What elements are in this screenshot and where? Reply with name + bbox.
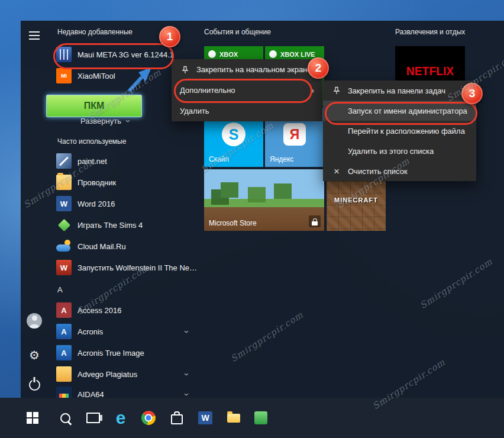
app-item-label: Word 2016 <box>77 199 115 208</box>
tile-label: Microsoft Store <box>209 219 257 227</box>
menu-item-pin-to-start[interactable]: Закрепить на начальном экране <box>172 59 322 80</box>
clear-x-icon: × <box>331 166 342 176</box>
user-avatar-button[interactable] <box>26 313 43 329</box>
green-app-icon <box>254 411 267 424</box>
app-item-cloud-mailru[interactable]: Cloud Mail.Ru <box>56 237 198 256</box>
acronis-icon: A <box>56 324 72 339</box>
taskbar-chrome-button[interactable] <box>136 405 161 430</box>
paintnet-icon <box>56 153 72 169</box>
context-menu: Закрепить на начальном экране Дополнител… <box>172 59 322 121</box>
file-explorer-icon <box>227 414 240 423</box>
events-group-header: События и общение <box>204 28 271 36</box>
app-item-paintnet[interactable]: paint.net <box>56 152 198 170</box>
menu-item-label: Удалить из этого списка <box>348 147 434 156</box>
taskbar-file-explorer-button[interactable] <box>221 405 246 430</box>
menu-item-pin-to-taskbar[interactable]: Закрепить на панели задач <box>323 80 476 101</box>
minecraft-logo: MINECRAFT <box>327 197 386 204</box>
tile-label: Яндекс <box>270 155 293 163</box>
taskbar-green-app-button[interactable] <box>248 405 273 430</box>
folder-icon <box>56 175 72 190</box>
app-item-label: Играть The Sims 4 <box>77 221 143 230</box>
hamburger-icon <box>29 31 40 40</box>
app-item-label: Advego Plagiatus <box>77 370 137 379</box>
pin-icon <box>331 86 342 95</box>
app-item-sims4[interactable]: Играть The Sims 4 <box>56 215 198 234</box>
task-view-button[interactable] <box>80 405 105 430</box>
app-item-label: Access 2016 <box>77 306 121 315</box>
start-button[interactable] <box>20 405 45 430</box>
app-item-word2016[interactable]: W Word 2016 <box>56 194 198 213</box>
chevron-down-icon: › <box>183 393 192 396</box>
yandex-icon: Я <box>283 123 306 146</box>
hamburger-menu-button[interactable] <box>26 27 43 44</box>
app-item-acronis-true-image[interactable]: A Acronis True Image <box>56 343 198 362</box>
tile-label: Скайп <box>209 155 229 163</box>
menu-item-clear-list[interactable]: × Очистить список <box>323 161 476 181</box>
netflix-logo: NETFLIX <box>398 64 463 78</box>
menu-item-more[interactable]: Дополнительно › <box>172 80 322 101</box>
xbox-logo-icon <box>269 50 277 58</box>
pkm-callout: ПКМ <box>46 95 142 117</box>
app-item-advego[interactable]: Advego Plagiatus › <box>56 365 198 384</box>
chevron-down-icon: › <box>183 330 192 333</box>
taskbar: e W <box>0 398 504 438</box>
tile-microsoft-store[interactable]: Microsoft Store <box>204 169 324 231</box>
menu-item-label: Закрепить на панели задач <box>348 86 445 95</box>
app-item-wolfenstein[interactable]: W Запустить Wolfenstein II The New... <box>56 258 198 277</box>
app-item-label: Проводник <box>77 178 116 187</box>
menu-item-label: Перейти к расположению файла <box>348 127 465 136</box>
gear-icon: ⚙ <box>29 349 40 361</box>
app-item-label: paint.net <box>77 157 107 166</box>
xiaomitool-icon: MI <box>56 68 72 83</box>
app-item-label: Запустить Wolfenstein II The New... <box>77 263 198 272</box>
chevron-down-icon: › <box>124 120 133 123</box>
taskbar-word-button[interactable]: W <box>193 405 218 430</box>
windows-logo-icon <box>27 412 39 424</box>
taskbar-store-button[interactable] <box>164 405 189 430</box>
app-item-label: Acronis True Image <box>77 349 144 358</box>
menu-item-run-as-admin[interactable]: Запуск от имени администратора <box>323 101 476 121</box>
fun-group-header: Развлечения и отдых <box>395 28 465 36</box>
app-item-label: Acronis <box>77 327 103 336</box>
task-view-icon <box>86 413 100 423</box>
taskbar-search-button[interactable] <box>53 405 77 430</box>
menu-item-delete[interactable]: Удалить <box>172 101 322 121</box>
app-item-access2016[interactable]: A Access 2016 <box>56 301 198 320</box>
wolfenstein-icon: W <box>56 260 72 275</box>
chevron-right-icon: › <box>311 85 314 96</box>
access-icon: A <box>56 302 72 318</box>
word-icon: W <box>198 411 212 424</box>
xbox-logo-icon <box>208 50 216 58</box>
menu-item-label: Запуск от имени администратора <box>348 107 467 115</box>
power-icon <box>29 379 40 391</box>
word-icon: W <box>56 196 72 211</box>
chevron-down-icon: › <box>183 373 192 376</box>
menu-item-label: Закрепить на начальном экране <box>196 65 312 74</box>
acronis-true-image-icon: A <box>56 345 72 360</box>
menu-item-label: Дополнительно <box>180 86 235 95</box>
user-avatar-icon <box>27 313 42 328</box>
app-item-label: Maui META 3G ver 6.1244.1 <box>77 50 174 59</box>
app-item-label: Cloud Mail.Ru <box>77 242 126 251</box>
menu-item-open-file-location[interactable]: Перейти к расположению файла <box>323 121 476 141</box>
settings-button[interactable]: ⚙ <box>26 347 43 363</box>
app-item-explorer[interactable]: Проводник <box>56 173 198 192</box>
power-button[interactable] <box>26 375 43 392</box>
menu-item-remove-from-list[interactable]: Удалить из этого списка <box>323 141 476 161</box>
search-icon <box>60 413 70 423</box>
advego-icon <box>56 366 72 382</box>
skype-icon: S <box>222 123 245 146</box>
context-submenu: Закрепить на панели задач Запуск от имен… <box>323 80 476 181</box>
recent-section-header: Недавно добавленные <box>57 28 133 36</box>
app-item-acronis[interactable]: A Acronis › <box>56 322 198 341</box>
menu-item-label: Очистить список <box>348 167 408 176</box>
pin-icon <box>180 66 190 74</box>
tile-label: XBOX <box>219 51 238 58</box>
frequent-section-header: Часто используемые <box>57 137 126 146</box>
menu-item-label: Удалить <box>180 107 209 115</box>
tile-label: XBOX LIVE <box>280 51 315 58</box>
taskbar-edge-button[interactable]: e <box>108 405 133 430</box>
letter-a-header: A <box>57 285 63 294</box>
sims-plumbob-icon <box>56 217 72 233</box>
edge-icon: e <box>116 409 126 427</box>
